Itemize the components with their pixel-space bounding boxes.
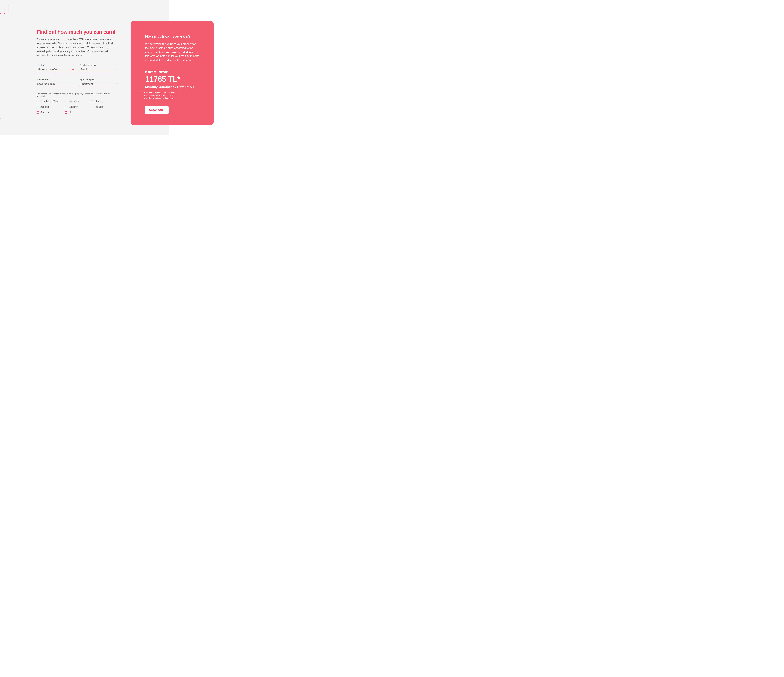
- checkbox-label: Garden: [40, 111, 49, 114]
- checkbox-box-icon: [37, 106, 39, 108]
- location-value: Aksaray - 34096: [37, 68, 72, 71]
- form-row-1: Location Aksaray - 34096 Number of rooms…: [37, 64, 118, 72]
- checkbox-label: Jacuzzi: [40, 106, 49, 108]
- location-field[interactable]: Location Aksaray - 34096: [37, 64, 75, 72]
- checkbox-sea[interactable]: Sea View: [65, 100, 91, 102]
- rooms-field[interactable]: Number of rooms Studio ▼: [80, 64, 118, 72]
- page-title: Find out how much you can earn!: [37, 29, 241, 35]
- checkbox-box-icon: [65, 106, 67, 108]
- form-row-2: Squaremeter Less than 45 m² ▼ Type of Pr…: [37, 78, 118, 86]
- checkbox-label: Balcony: [69, 106, 78, 108]
- checkbox-box-icon: [65, 112, 67, 113]
- checkbox-box-icon: [37, 112, 39, 113]
- main-content: Find out how much you can earn! Short-te…: [0, 0, 241, 135]
- checkbox-jacuzzi[interactable]: Jacuzzi: [37, 106, 65, 108]
- type-label: Type of Property: [80, 78, 118, 81]
- type-field[interactable]: Type of Property Apartment ▼: [80, 78, 118, 86]
- features-grid: Bosphorus View Sea View Drying Jacuzzi B…: [37, 100, 118, 114]
- estimate-form: Location Aksaray - 34096 Number of rooms…: [37, 64, 118, 114]
- location-input[interactable]: Aksaray - 34096: [37, 68, 75, 72]
- checkbox-box-icon: [91, 100, 93, 102]
- type-value: Apartment: [81, 82, 116, 85]
- checkbox-label: Bosphorus View: [40, 100, 59, 102]
- caret-down-icon: ▼: [73, 83, 74, 85]
- checkbox-box-icon: [65, 100, 67, 102]
- checkbox-label: Sea View: [69, 100, 79, 102]
- page-root: Find out how much you can earn! Short-te…: [0, 0, 241, 135]
- checkbox-label: Lift: [69, 111, 72, 114]
- sqm-field[interactable]: Squaremeter Less than 45 m² ▼: [37, 78, 75, 86]
- location-label: Location: [37, 64, 75, 66]
- rooms-select[interactable]: Studio ▼: [80, 68, 118, 72]
- checkbox-box-icon: [37, 100, 39, 102]
- checkbox-lift[interactable]: Lift: [65, 111, 91, 114]
- equipment-hint: Equipment and services available on the …: [37, 93, 118, 97]
- checkbox-drying[interactable]: Drying: [91, 100, 118, 102]
- checkbox-label: Terrace: [95, 106, 103, 108]
- rooms-label: Number of rooms: [80, 64, 118, 66]
- checkbox-balcony[interactable]: Balcony: [65, 106, 91, 108]
- checkbox-label: Drying: [95, 100, 102, 102]
- chevron-right-icon[interactable]: ›: [0, 117, 1, 120]
- crosshair-icon[interactable]: [72, 68, 74, 71]
- checkbox-bosphorus[interactable]: Bosphorus View: [37, 100, 65, 102]
- intro-text: Short-term rentals earns you at least 70…: [37, 37, 116, 57]
- sqm-label: Squaremeter: [37, 78, 75, 81]
- checkbox-garden[interactable]: Garden: [37, 111, 65, 114]
- checkbox-terrace[interactable]: Terrace: [91, 106, 118, 108]
- sqm-select[interactable]: Less than 45 m² ▼: [37, 82, 75, 86]
- type-select[interactable]: Apartment ▼: [80, 82, 118, 86]
- caret-down-icon: ▼: [116, 68, 118, 70]
- caret-down-icon: ▼: [116, 83, 118, 85]
- sqm-value: Less than 45 m²: [37, 82, 73, 85]
- checkbox-box-icon: [91, 106, 93, 108]
- rooms-value: Studio: [81, 68, 116, 71]
